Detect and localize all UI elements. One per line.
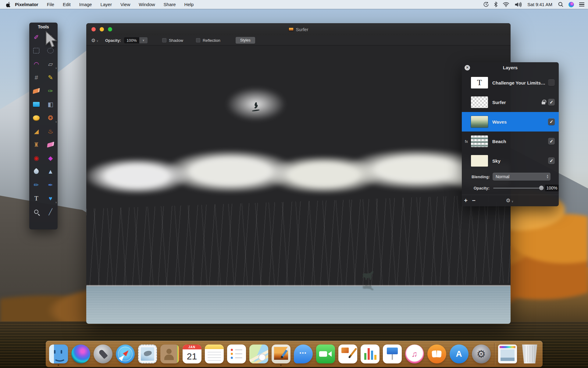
tool-smudge-tool[interactable]: ◢ [29, 124, 44, 138]
pixelmator-icon[interactable] [272, 345, 290, 363]
itunes-icon[interactable]: ♫ [405, 345, 424, 363]
tool-lasso-tool[interactable]: ◠ [29, 57, 44, 71]
canvas[interactable] [86, 46, 511, 324]
tool-shape-tool[interactable]: ♥∨ [44, 192, 58, 205]
app-menu-pixelmator[interactable]: Pixelmator [15, 2, 38, 7]
tool-burn-tool[interactable]: ♨ [44, 124, 58, 138]
window-title-bar[interactable]: Surfer [86, 23, 511, 35]
opacity-input[interactable]: 100% [124, 37, 139, 43]
tool-eyedropper-tool[interactable]: ╱ [44, 205, 58, 218]
tool-color-adjust-tool[interactable]: ❂∨ [44, 111, 58, 124]
menu-help[interactable]: Help [180, 2, 198, 7]
layer-row-beach[interactable]: fxBeach✓ [462, 132, 559, 151]
finder-icon[interactable] [49, 345, 68, 363]
menu-bar-clock[interactable]: Sat 9:41 AM [527, 2, 552, 7]
layers-gear-icon[interactable]: ⚙∨ [506, 197, 514, 204]
contacts-icon[interactable] [160, 345, 179, 363]
layer-row-challenge-your-limits[interactable]: TChallenge Your Limits… [462, 73, 559, 92]
tool-pen-tool[interactable]: ✒ [44, 178, 58, 192]
volume-icon[interactable] [515, 2, 522, 7]
tool-red-eye-tool[interactable]: ◉ [29, 151, 44, 165]
messages-icon[interactable]: ••• [294, 345, 313, 363]
blending-select[interactable]: Normal ∧∨ [493, 173, 551, 181]
layers-close-icon[interactable]: ✕ [465, 65, 470, 70]
calendar-icon[interactable]: JAN21 [183, 345, 201, 363]
notification-center-icon[interactable] [579, 2, 584, 6]
time-machine-icon[interactable] [483, 2, 489, 7]
add-layer-button[interactable]: + [462, 197, 470, 204]
numbers-icon[interactable] [361, 345, 380, 363]
messages-dots: ••• [300, 350, 307, 356]
toolbar-gear-icon[interactable]: ⚙ [91, 38, 95, 43]
layer-row-waves[interactable]: Waves✓ [462, 112, 559, 132]
layer-opacity-value[interactable]: 100% [545, 185, 559, 191]
launchpad-icon[interactable] [94, 345, 112, 363]
tool-gradient-tool[interactable]: ◧ [44, 98, 58, 111]
layer-visibility-checkbox[interactable]: ✓ [548, 118, 555, 125]
reflection-checkbox[interactable] [196, 38, 200, 42]
tool-sharpen-tool[interactable]: ◆ [44, 151, 58, 165]
finder-icon-running-indicator [58, 364, 59, 366]
menu-layer[interactable]: Layer [96, 2, 116, 7]
wifi-icon[interactable] [503, 2, 509, 7]
notes-icon[interactable] [205, 345, 224, 363]
close-window-button[interactable] [91, 27, 96, 31]
sysprefs-icon[interactable]: ⚙ [472, 345, 491, 363]
spotlight-icon[interactable] [558, 2, 563, 7]
tool-slice-tool[interactable]: ✎ [44, 71, 58, 84]
bluetooth-icon[interactable] [494, 2, 497, 7]
tool-pencil-tool[interactable]: ✏ [29, 178, 44, 192]
layer-visibility-checkbox[interactable]: ✓ [548, 157, 555, 164]
tool-zoom-tool[interactable] [29, 205, 44, 218]
layer-visibility-checkbox[interactable]: ✓ [548, 99, 555, 106]
menu-image[interactable]: Image [75, 2, 96, 7]
layer-opacity-slider-knob[interactable] [539, 186, 543, 190]
layer-row-sky[interactable]: Sky✓ [462, 151, 559, 171]
tool-clone-stamp-tool[interactable]: ♜ [29, 138, 44, 151]
tool-blur-tool[interactable] [29, 165, 44, 178]
maps-icon[interactable] [249, 345, 268, 363]
shadow-checkbox[interactable] [162, 38, 166, 42]
menu-view[interactable]: View [116, 2, 134, 7]
dock-divider [494, 343, 495, 365]
mail-icon[interactable] [138, 345, 157, 363]
menu-share[interactable]: Share [159, 2, 180, 7]
menu-window[interactable]: Window [134, 2, 159, 7]
tool-fill-tool[interactable] [29, 98, 44, 111]
siri-icon[interactable] [568, 2, 574, 7]
zoom-window-button[interactable] [108, 27, 112, 31]
layers-panel-header[interactable]: ✕ Layers [462, 62, 559, 73]
keynote-icon[interactable] [383, 345, 402, 363]
downloads-stack-icon[interactable] [498, 345, 517, 363]
siri-icon[interactable] [71, 345, 90, 363]
styles-button[interactable]: Styles [236, 37, 255, 44]
layer-opacity-slider[interactable] [493, 188, 541, 189]
tool-eraser-tool[interactable] [29, 84, 44, 98]
facetime-icon[interactable] [316, 345, 335, 363]
tool-dodge-tool[interactable] [29, 111, 44, 124]
layer-row-surfer[interactable]: Surfer✓ [462, 92, 559, 112]
menu-edit[interactable]: Edit [59, 2, 75, 7]
minimize-window-button[interactable] [100, 27, 104, 31]
tool-crop-tool[interactable]: # [29, 71, 44, 84]
tool-paintbrush-tool[interactable]: ✑ [44, 84, 58, 98]
layer-visibility-checkbox[interactable]: ✓ [548, 138, 555, 145]
opacity-stepper[interactable]: ∨ [139, 37, 148, 43]
ibooks-icon[interactable] [427, 345, 446, 363]
pages-icon-art [338, 345, 357, 363]
remove-layer-button[interactable]: − [470, 197, 478, 204]
tool-magic-wand-tool[interactable]: ✐ [29, 31, 44, 44]
safari-icon[interactable] [116, 345, 135, 363]
menu-file[interactable]: File [43, 2, 59, 7]
pages-icon[interactable] [338, 345, 357, 363]
appstore-icon[interactable]: A [450, 345, 469, 363]
trash-icon[interactable] [520, 345, 539, 363]
tool-rect-marquee-tool[interactable] [29, 44, 44, 57]
tool-polygonal-lasso-tool[interactable]: ▱∨ [44, 57, 58, 71]
tool-type-tool[interactable]: T [29, 192, 44, 205]
tool-warp-tool[interactable]: ▲ [44, 165, 58, 178]
apple-menu[interactable] [6, 2, 11, 7]
layer-visibility-checkbox[interactable] [548, 79, 555, 86]
tool-chalk-tool[interactable] [44, 138, 58, 151]
reminders-icon[interactable] [227, 345, 246, 363]
